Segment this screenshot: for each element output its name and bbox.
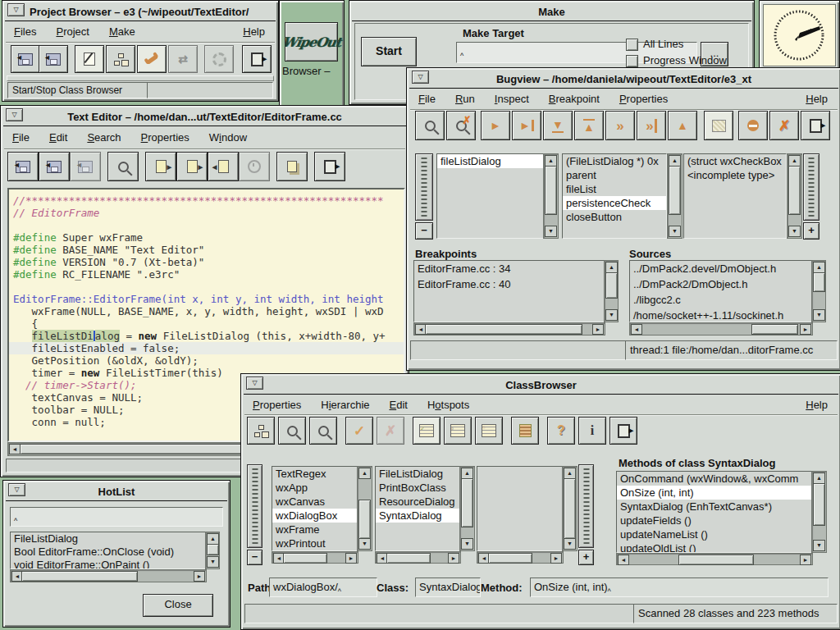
- menu-breakpoint[interactable]: Breakpoint: [549, 93, 600, 105]
- scroll-up-button[interactable]: [358, 468, 371, 479]
- hotlist-item[interactable]: Bool EditorFrame::OnClose (void): [11, 546, 206, 559]
- window-menu-button[interactable]: [7, 3, 25, 16]
- source-item[interactable]: /home/socket++-1.11/sockinet.h: [630, 308, 812, 322]
- code-line[interactable]: #define BASE_NAME "Text Editor": [9, 244, 404, 256]
- method-item[interactable]: updateOldList (): [617, 541, 812, 553]
- hotlist-item[interactable]: void EditorFrame::OnPaint (): [11, 559, 206, 569]
- browser-pan-left[interactable]: [247, 464, 262, 548]
- scroll-down-button[interactable]: [564, 538, 576, 550]
- menu-help[interactable]: Help: [243, 25, 265, 38]
- code-line[interactable]: wxFrame(NULL, BASE_NAME, x, y, width, he…: [9, 305, 404, 317]
- scrollbar-thumb[interactable]: [21, 571, 138, 582]
- menu-edit[interactable]: Edit: [390, 399, 408, 411]
- hotlist-vscrollbar[interactable]: [205, 532, 220, 569]
- scroll-right-button[interactable]: [345, 553, 357, 564]
- inspect-off-button[interactable]: ✗: [446, 111, 476, 140]
- code-line[interactable]: [9, 219, 404, 231]
- help-button[interactable]: ?: [547, 417, 575, 445]
- breakpoint-item[interactable]: EditorFrame.cc : 40: [414, 276, 605, 292]
- inspector-variables-list[interactable]: fileListDialog: [436, 153, 545, 239]
- breakpoints-vscrollbar[interactable]: [604, 260, 619, 322]
- code-line[interactable]: #define RC_FILENAME ".e3rc": [9, 268, 404, 281]
- menu-search[interactable]: Search: [87, 131, 121, 144]
- scroll-down-button[interactable]: [207, 556, 219, 568]
- scroll-right-button[interactable]: [592, 324, 604, 335]
- browse-class-button[interactable]: [309, 417, 337, 445]
- class-item[interactable]: SyntaxDialog: [376, 509, 460, 523]
- menu-window[interactable]: Window: [209, 131, 247, 144]
- run-button[interactable]: ►: [481, 111, 510, 140]
- scroll-up-button[interactable]: [669, 155, 681, 167]
- method-item[interactable]: SyntaxDialog (EnhTextCanvas*): [617, 500, 812, 514]
- scrollbar-thumb[interactable]: [386, 553, 431, 564]
- sources-list[interactable]: ../DmPack2.devel/DmObject.h../DmPack2/Dm…: [629, 260, 813, 322]
- source-item[interactable]: ../DmPack2.devel/DmObject.h: [630, 261, 812, 276]
- menu-file[interactable]: File: [418, 93, 436, 105]
- hotlist-filter-input[interactable]: [10, 507, 223, 527]
- method-input[interactable]: OnSize (int, int): [530, 578, 829, 597]
- subclasses-hscrollbar[interactable]: [375, 551, 461, 564]
- inspector-members-list[interactable]: (FileListDialog *) 0xparentfileListpersi…: [562, 153, 667, 239]
- classes-hscrollbar[interactable]: [272, 551, 358, 564]
- scroll-up-button[interactable]: [564, 468, 576, 479]
- inspector-pan-right[interactable]: [803, 153, 819, 221]
- class-table-button[interactable]: [511, 417, 539, 445]
- breakpoints-list[interactable]: EditorFrame.cc : 34EditorFrame.cc : 40: [413, 260, 605, 322]
- scroll-up-button[interactable]: [813, 472, 825, 484]
- code-line[interactable]: #define Super wxFrame: [9, 231, 404, 244]
- scroll-down-button[interactable]: [669, 226, 681, 237]
- code-line[interactable]: #define VERSION "0.7 (Xt-beta)": [9, 256, 404, 268]
- progress-window-checkbox[interactable]: [626, 55, 638, 67]
- scrollbar-thumb[interactable]: [545, 166, 557, 215]
- code-line[interactable]: // EditorFrame: [9, 207, 404, 219]
- scroll-up-button[interactable]: [605, 262, 618, 273]
- scroll-up-button[interactable]: [461, 468, 473, 479]
- member-item[interactable]: fileList: [563, 182, 666, 196]
- open-project-button[interactable]: [11, 45, 40, 73]
- breakpoints-hscrollbar[interactable]: [413, 322, 605, 336]
- code-line[interactable]: //**************************************…: [9, 194, 404, 207]
- scrollbar-thumb[interactable]: [207, 544, 219, 555]
- make-titlebar[interactable]: Make: [352, 3, 751, 21]
- scroll-up-button[interactable]: [788, 155, 801, 167]
- exit-button[interactable]: [242, 45, 272, 73]
- sources-hscrollbar[interactable]: [629, 322, 813, 336]
- methods-list[interactable]: OnCommand (wxWindow&, wxCommOnSize (int,…: [616, 471, 813, 553]
- run-to-top-button[interactable]: ▲: [574, 111, 604, 140]
- window-menu-button[interactable]: [412, 71, 429, 84]
- code-line[interactable]: GetPosition (&oldX, &oldY);: [9, 354, 404, 367]
- copy-buffer-button[interactable]: [276, 152, 308, 181]
- class-item[interactable]: ResourceDialog: [376, 495, 460, 509]
- variable-item[interactable]: fileListDialog: [437, 154, 544, 168]
- scrollbar-thumb[interactable]: [669, 166, 681, 215]
- class-item[interactable]: TextRegex: [272, 467, 358, 481]
- scrollbar-thumb[interactable]: [488, 553, 532, 564]
- scroll-right-button[interactable]: [800, 555, 811, 565]
- member-item[interactable]: (FileListDialog *) 0x: [563, 154, 666, 168]
- inspector-collapse-button[interactable]: −: [415, 222, 433, 240]
- stipple-button[interactable]: [704, 111, 733, 140]
- member-item[interactable]: closeButton: [563, 210, 666, 224]
- inspect-button[interactable]: [415, 111, 445, 140]
- scroll-right-button[interactable]: [194, 571, 205, 582]
- transfer-button[interactable]: ⇄: [168, 45, 198, 73]
- scroll-down-button[interactable]: [813, 540, 825, 551]
- show-methods-button[interactable]: [413, 417, 441, 445]
- browser-collapse-button[interactable]: −: [247, 550, 262, 565]
- start-button[interactable]: Start: [361, 37, 417, 66]
- close-button[interactable]: Close: [143, 594, 213, 617]
- wipeout-logo-button[interactable]: WipeOut: [285, 22, 338, 62]
- exit-button[interactable]: [609, 417, 637, 445]
- subclasses-vscrollbar[interactable]: [459, 466, 475, 551]
- debugger-button[interactable]: [137, 45, 167, 73]
- inspector-pan-left[interactable]: [415, 153, 433, 221]
- window-menu-button[interactable]: [6, 108, 23, 121]
- menu-properties[interactable]: Properties: [253, 399, 301, 411]
- class-item[interactable]: wxDialogBox: [272, 509, 358, 523]
- all-lines-checkbox[interactable]: [626, 39, 638, 51]
- class-item[interactable]: wxApp: [272, 481, 358, 495]
- method-item[interactable]: OnCommand (wxWindow&, wxComm: [617, 472, 812, 486]
- prev-file-button[interactable]: [208, 152, 239, 181]
- next-file-button[interactable]: [145, 152, 176, 181]
- inspector-types-list[interactable]: (struct wxCheckBox<incomplete type>: [683, 153, 787, 239]
